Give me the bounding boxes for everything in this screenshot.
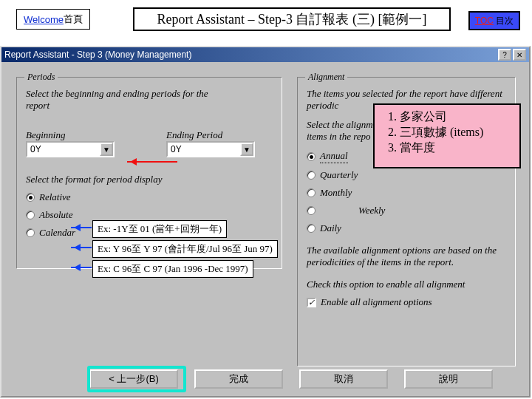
chevron-down-icon[interactable]: ▼ — [100, 143, 113, 156]
radio-icon — [26, 228, 35, 237]
radio-icon — [26, 211, 35, 219]
radio-daily[interactable]: Daily — [307, 222, 506, 234]
daily-label: Daily — [320, 222, 341, 234]
welcome-link-text[interactable]: Welcome — [24, 14, 64, 25]
radio-icon — [26, 193, 35, 202]
welcome-cn: 首頁 — [64, 13, 83, 26]
cancel-button[interactable]: 取消 — [299, 369, 388, 389]
pink-item-3: 當年度 — [400, 140, 515, 156]
help-sys-button[interactable]: ? — [498, 49, 511, 61]
arrow-icon — [71, 227, 92, 228]
arrow-icon — [71, 267, 92, 268]
finish-button[interactable]: 完成 — [194, 369, 283, 389]
dialog-title: Report Assistant - Step 3 (Money Managem… — [4, 50, 191, 60]
beginning-value: 0Y — [30, 144, 41, 154]
radio-icon — [307, 171, 316, 180]
report-assistant-dialog: Report Assistant - Step 3 (Money Managem… — [0, 46, 531, 398]
toc-link-text[interactable]: TOC — [475, 16, 494, 26]
beginning-combo[interactable]: 0Y ▼ — [26, 141, 115, 157]
annot-absolute: Ex: Y 96至 Y 97 (會計年度/Jul 96至 Jun 97) — [92, 240, 278, 258]
ending-combo[interactable]: 0Y ▼ — [166, 141, 255, 157]
radio-icon — [307, 152, 316, 161]
toc-cn: 目次 — [496, 15, 514, 27]
pink-item-2: 三項數據 (items) — [400, 125, 515, 140]
welcome-home-link[interactable]: Welcome首頁 — [16, 9, 90, 30]
ending-value: 0Y — [171, 144, 182, 154]
page-title: Report Assistant – Step-3 自訂報表 (三) [範例一] — [133, 7, 451, 31]
back-button[interactable]: < 上一步(B) — [89, 369, 178, 389]
radio-icon — [307, 206, 316, 215]
radio-relative[interactable]: Relative — [26, 191, 273, 203]
align-check-instr: Check this option to enable all alignmen… — [307, 279, 506, 290]
enable-all-label: Enable all alignment options — [321, 296, 432, 308]
dialog-titlebar[interactable]: Report Assistant - Step 3 (Money Managem… — [1, 47, 529, 62]
annot-relative: Ex: -1Y至 01 (當年+回朔一年) — [92, 220, 227, 238]
enable-all-option[interactable]: ✓ Enable all alignment options — [307, 296, 506, 308]
relative-label: Relative — [39, 191, 71, 203]
checkbox-icon: ✓ — [307, 298, 316, 307]
monthly-label: Monthly — [320, 187, 352, 199]
quarterly-label: Quarterly — [320, 169, 358, 181]
close-sys-button[interactable]: ✕ — [513, 49, 526, 61]
button-bar: < 上一步(B) 完成 取消 說明 — [16, 369, 514, 389]
beginning-label: Beginning — [26, 129, 115, 141]
toc-link[interactable]: TOC 目次 — [468, 11, 520, 30]
weekly-label: Weekly — [358, 205, 385, 216]
radio-quarterly[interactable]: Quarterly — [307, 169, 506, 181]
radio-weekly[interactable]: Weekly — [307, 205, 506, 216]
radio-icon — [307, 188, 316, 197]
arrow-icon — [71, 247, 92, 248]
arrow-icon — [127, 161, 177, 163]
align-avail: The available alignment options are base… — [307, 245, 506, 268]
format-label: Select the format for period display — [26, 174, 273, 185]
radio-icon — [307, 224, 316, 233]
annual-label: Annual — [320, 150, 348, 163]
annot-calendar: Ex: C 96至 C 97 (Jan 1996 -Dec 1997) — [92, 260, 253, 278]
absolute-label: Absolute — [39, 209, 73, 221]
help-button[interactable]: 說明 — [404, 369, 493, 389]
radio-monthly[interactable]: Monthly — [307, 187, 506, 199]
pink-summary-note: 多家公司 三項數據 (items) 當年度 — [373, 103, 521, 168]
periods-instruction: Select the beginning and ending periods … — [26, 88, 211, 112]
chevron-down-icon[interactable]: ▼ — [240, 143, 253, 156]
radio-absolute[interactable]: Absolute — [26, 209, 273, 221]
ending-label: Ending Period — [166, 129, 255, 141]
pink-item-1: 多家公司 — [400, 109, 515, 125]
